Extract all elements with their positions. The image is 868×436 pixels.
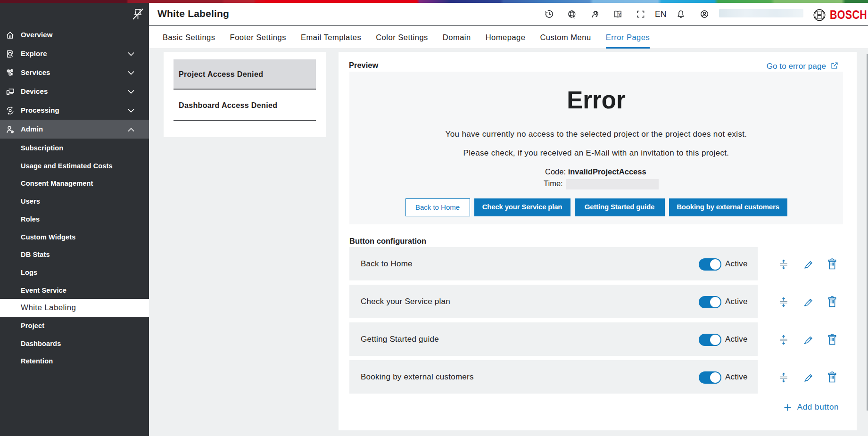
- svg-text:?: ?: [618, 12, 620, 16]
